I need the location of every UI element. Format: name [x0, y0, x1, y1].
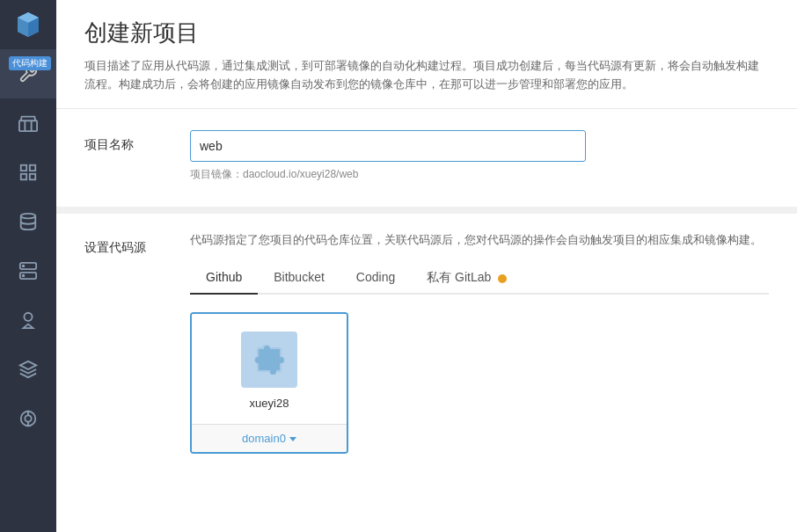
- avatar: [241, 332, 297, 388]
- page-description: 项目描述了应用从代码源，通过集成测试，到可部署镜像的自动化构建过程。项目成功创建…: [84, 57, 769, 94]
- sidebar-item-stack[interactable]: [0, 197, 56, 246]
- code-source-label: 设置代码源: [84, 231, 190, 455]
- svg-rect-8: [30, 174, 35, 179]
- stack-icon: [16, 209, 40, 234]
- code-source-content: 代码源指定了您项目的代码仓库位置，关联代码源后，您对代码源的操作会自动触发项目的…: [190, 231, 769, 455]
- sidebar-item-storage[interactable]: [0, 394, 56, 443]
- svg-point-13: [23, 275, 25, 277]
- github-card: xueyi28 domain0: [190, 312, 348, 454]
- tab-gitlab[interactable]: 私有 GitLab: [411, 263, 523, 295]
- svg-point-12: [23, 266, 25, 267]
- svg-rect-6: [30, 165, 35, 171]
- svg-rect-4: [19, 120, 37, 131]
- code-source-section: 设置代码源 代码源指定了您项目的代码仓库位置，关联代码源后，您对代码源的操作会自…: [84, 231, 769, 455]
- github-card-body: xueyi28: [192, 314, 347, 424]
- github-card-footer[interactable]: domain0: [192, 424, 347, 452]
- svg-rect-30: [278, 357, 284, 363]
- sidebar-item-shape[interactable]: [0, 295, 56, 345]
- storage-icon: [16, 406, 40, 431]
- shape-icon: [16, 308, 40, 332]
- gitlab-badge: [498, 274, 507, 283]
- svg-rect-7: [21, 174, 26, 179]
- tab-bitbucket[interactable]: Bitbucket: [258, 263, 340, 295]
- server-icon: [16, 259, 40, 283]
- svg-rect-29: [270, 368, 276, 375]
- shop-icon: [16, 111, 40, 135]
- layers-icon: [16, 357, 40, 382]
- tab-github[interactable]: Github: [190, 263, 258, 295]
- tab-gitlab-label: 私有 GitLab: [427, 270, 491, 284]
- tooltip-badge: 代码构建: [9, 56, 51, 70]
- sidebar-item-shop[interactable]: [0, 98, 56, 148]
- domain-label: domain0: [242, 432, 286, 445]
- tab-coding[interactable]: Coding: [340, 263, 411, 295]
- svg-rect-28: [255, 357, 261, 363]
- project-name-section: 项目名称 项目镜像：daocloud.io/xueyi28/web: [84, 130, 769, 182]
- github-username: xueyi28: [250, 397, 289, 410]
- sidebar-item-server[interactable]: [0, 246, 56, 295]
- source-tabs: Github Bitbucket Coding 私有 GitLab: [190, 261, 769, 295]
- project-mirror-hint: 项目镜像：daocloud.io/xueyi28/web: [190, 167, 769, 182]
- code-source-desc: 代码源指定了您项目的代码仓库位置，关联代码源后，您对代码源的操作会自动触发项目的…: [190, 231, 769, 250]
- chevron-down-icon: [289, 437, 296, 441]
- svg-marker-15: [24, 324, 33, 329]
- form-area: 项目名称 项目镜像：daocloud.io/xueyi28/web 设置代码源 …: [56, 109, 797, 493]
- project-name-label: 项目名称: [84, 130, 190, 182]
- main-content: 创建新项目 项目描述了应用从代码源，通过集成测试，到可部署镜像的自动化构建过程。…: [56, 0, 797, 532]
- project-name-input[interactable]: [190, 130, 586, 162]
- section-divider: [56, 207, 797, 214]
- sidebar-item-build[interactable]: 代码构建: [0, 49, 56, 98]
- page-header: 创建新项目 项目描述了应用从代码源，通过集成测试，到可部署镜像的自动化构建过程。…: [56, 0, 797, 109]
- svg-rect-27: [264, 346, 270, 352]
- sidebar-item-app[interactable]: [0, 148, 56, 197]
- svg-marker-16: [20, 361, 36, 369]
- svg-point-9: [21, 214, 36, 219]
- svg-point-14: [24, 313, 32, 321]
- logo-icon: [11, 7, 46, 42]
- svg-rect-26: [259, 349, 280, 370]
- page-title: 创建新项目: [84, 18, 769, 48]
- sidebar-item-layers[interactable]: [0, 345, 56, 394]
- svg-rect-5: [21, 165, 26, 171]
- project-name-content: 项目镜像：daocloud.io/xueyi28/web: [190, 130, 769, 182]
- sidebar: 代码构建: [0, 0, 56, 532]
- puzzle-icon: [250, 340, 289, 379]
- svg-point-18: [25, 415, 31, 421]
- app-icon: [16, 160, 40, 185]
